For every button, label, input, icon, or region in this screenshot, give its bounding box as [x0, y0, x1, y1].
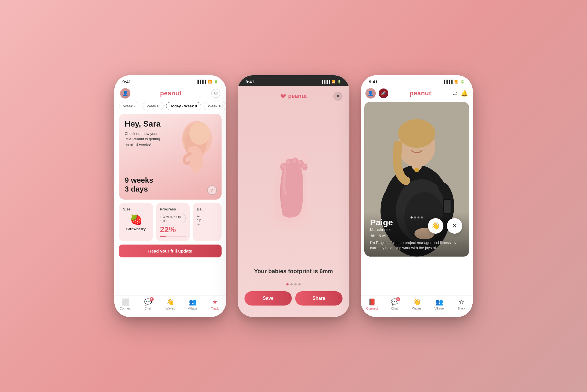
village-label-1: Village — [188, 307, 197, 310]
chat-label-3: Chat — [391, 307, 398, 310]
phone2-action-buttons: Save Share — [238, 291, 349, 317]
svg-point-30 — [414, 168, 419, 172]
size-title: Size — [123, 207, 149, 211]
week-tab-10[interactable]: Week 10 — [204, 102, 226, 110]
info-cards: Size 🍓 Strawberry Progress 30wks, 3d to … — [114, 200, 226, 241]
wifi-icon: 📶 — [208, 80, 212, 84]
nav-chat-1[interactable]: 💬 9 Chat — [139, 298, 156, 310]
signal-icon: ▐▐▐▐ — [196, 80, 206, 84]
card-dots — [411, 216, 423, 218]
card-dot-4 — [421, 216, 423, 218]
heart-icon-small — [370, 234, 375, 238]
signal-icon-3: ▐▐▐▐ — [443, 80, 453, 84]
nav-waves-3[interactable]: 👋 Waves — [408, 298, 425, 310]
svg-point-15 — [282, 164, 284, 167]
foot-svg — [256, 140, 331, 232]
days-count: 3 days — [125, 185, 153, 194]
track-label-3: Track — [457, 307, 465, 310]
app-title-3: peanut — [410, 90, 431, 97]
header-left-icons: 👤 🚀 — [365, 88, 388, 99]
waves-icon-1: 👋 — [167, 298, 174, 306]
heart-icon — [280, 94, 286, 99]
status-icons-3: ▐▐▐▐ 📶 🔋 — [443, 80, 465, 84]
chat-badge-wrapper-3: 💬 9 — [391, 298, 398, 306]
phone-footprint: 9:41 ▐▐▐▐ 📶 🔋 peanut ✕ — [238, 75, 349, 317]
week-tab-9-active[interactable]: Today - Week 9 — [166, 102, 201, 110]
progress-pill: 30wks, 3d to go! — [160, 214, 186, 223]
chat-badge-1: 9 — [150, 297, 154, 301]
dismiss-button[interactable]: ✕ — [447, 218, 462, 234]
week-tab-7[interactable]: Week 7 — [119, 102, 140, 110]
app-header-1: 👤 peanut ⚙ — [114, 86, 226, 102]
close-button-2[interactable]: ✕ — [333, 92, 343, 101]
svg-point-18 — [298, 161, 301, 164]
chat-badge-3: 9 — [396, 297, 400, 301]
wifi-icon-2: 📶 — [332, 80, 336, 84]
week-tabs: Week 7 Week 8 Today - Week 9 Week 10 Wee… — [114, 102, 226, 114]
wifi-icon-3: 📶 — [454, 80, 459, 84]
read-update-button[interactable]: Read your full update — [119, 245, 222, 257]
nav-connect-3[interactable]: 📕 Connect — [363, 298, 381, 310]
card-dot-3 — [418, 216, 420, 218]
nav-village-3[interactable]: 👥 Village — [431, 298, 448, 310]
status-bar-3: 9:41 ▐▐▐▐ 📶 🔋 — [361, 75, 473, 86]
share-button-2[interactable]: Share — [295, 291, 343, 306]
weeks-count: 9 weeks — [125, 176, 153, 185]
week-tab-8[interactable]: Week 8 — [142, 102, 164, 110]
progress-percentage: 22% — [160, 225, 186, 234]
progress-card: Progress 30wks, 3d to go! 22% — [156, 203, 190, 241]
wave-button[interactable]: 👋 — [428, 218, 443, 234]
profile-card: Paige Manchester 19 wks I'm Paige, a ful… — [364, 102, 469, 257]
status-time-2: 9:41 — [246, 79, 254, 84]
bottom-nav-1: ⬜ Connect 💬 9 Chat 👋 Waves 👥 Village ★ — [114, 295, 226, 317]
progress-fill — [160, 236, 166, 237]
profile-bio: I'm Paige, a full-time project manager a… — [370, 240, 463, 251]
footprint-caption: Your babies footprint is 6mm — [242, 268, 344, 283]
svg-point-26 — [398, 119, 435, 148]
nav-village-1[interactable]: 👥 Village — [184, 298, 201, 310]
user-avatar-1[interactable]: 👤 — [120, 88, 130, 99]
svg-point-16 — [287, 160, 289, 164]
fetus-illustration — [164, 117, 219, 188]
expand-button[interactable]: ⤢ — [207, 185, 217, 195]
svg-point-19 — [303, 164, 305, 167]
baby-title: Ba... — [197, 207, 218, 211]
nav-waves-1[interactable]: 👋 Waves — [162, 298, 179, 310]
connect-label-3: Connect — [366, 307, 378, 310]
hero-card: Hey, Sara Check out how your little Pean… — [119, 114, 222, 200]
nav-connect-1[interactable]: ⬜ Connect — [117, 298, 134, 310]
rocket-badge[interactable]: 🚀 — [379, 88, 388, 98]
size-card: Size 🍓 Strawberry — [119, 203, 153, 241]
user-avatar-3[interactable]: 👤 — [365, 88, 376, 99]
track-icon-3: ☆ — [459, 298, 464, 306]
save-button-2[interactable]: Save — [244, 291, 292, 306]
status-time-1: 9:41 — [122, 79, 131, 84]
phone3-inner: 9:41 ▐▐▐▐ 📶 🔋 👤 🚀 peanut ⇌ 🔔 — [361, 75, 473, 317]
connect-icon-3: 📕 — [368, 298, 376, 306]
size-label: Strawberry — [123, 227, 149, 231]
phones-container: 9:41 ▐▐▐▐ 📶 🔋 👤 peanut ⚙ Week 7 Week 8 T… — [114, 75, 473, 317]
weeks-text: 19 wks — [377, 234, 388, 238]
nav-track-1[interactable]: ★ Track — [206, 298, 224, 310]
connect-icon: ⬜ — [122, 298, 130, 306]
signal-icon-2: ▐▐▐▐ — [321, 80, 330, 83]
nav-chat-3[interactable]: 💬 9 Chat — [386, 298, 403, 310]
status-icons-1: ▐▐▐▐ 📶 🔋 — [196, 80, 218, 84]
settings-button-1[interactable]: ⚙ — [211, 89, 220, 98]
notification-icon[interactable]: 🔔 — [461, 90, 468, 97]
phone2-inner: 9:41 ▐▐▐▐ 📶 🔋 peanut ✕ — [238, 75, 349, 317]
village-label-3: Village — [435, 307, 444, 310]
peanut-logo-2: peanut — [280, 93, 307, 99]
nav-track-3[interactable]: ☆ Track — [453, 298, 470, 310]
svg-rect-28 — [444, 200, 451, 213]
phone-connect: 9:41 ▐▐▐▐ 📶 🔋 👤 🚀 peanut ⇌ 🔔 — [361, 75, 473, 317]
phone2-header: peanut ✕ — [238, 86, 349, 104]
filter-icon[interactable]: ⇌ — [453, 90, 457, 97]
baby-text: w...a p...liv... — [197, 214, 218, 227]
status-time-3: 9:41 — [369, 79, 377, 84]
card-dot-2 — [414, 216, 416, 218]
progress-title: Progress — [160, 207, 186, 211]
battery-icon: 🔋 — [214, 80, 218, 84]
chat-label-1: Chat — [144, 307, 151, 310]
foot-illustration-container — [256, 104, 331, 268]
